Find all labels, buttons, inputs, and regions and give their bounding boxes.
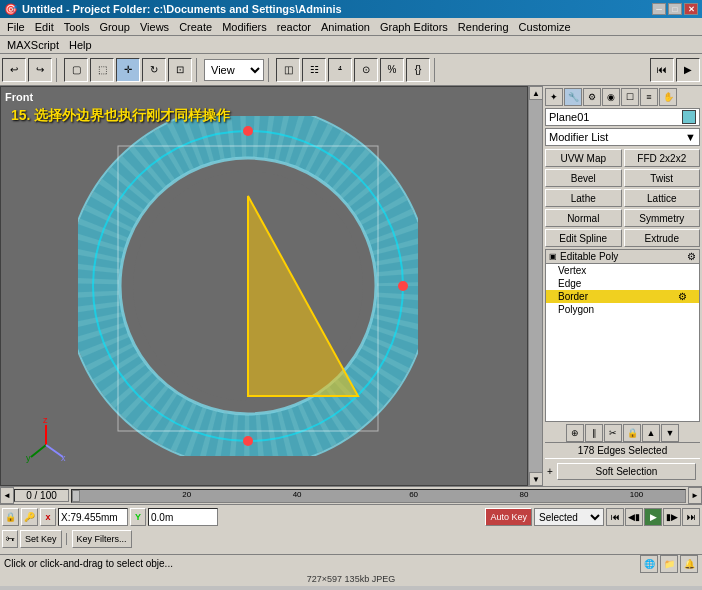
y-transform-button[interactable]: Y (130, 508, 146, 526)
next-frame-button[interactable]: ⏭ (682, 508, 700, 526)
select-region-button[interactable]: ⬚ (90, 58, 114, 82)
menu-graph-editors[interactable]: Graph Editors (375, 20, 453, 34)
status-icon-3[interactable]: 🔔 (680, 555, 698, 573)
poly-vertex[interactable]: Vertex (546, 264, 699, 277)
motion-icon[interactable]: ◉ (602, 88, 620, 106)
render-type-button[interactable]: ☷ (302, 58, 326, 82)
x-transform-button[interactable]: x (40, 508, 56, 526)
timeline-slider[interactable] (72, 490, 80, 502)
menu-group[interactable]: Group (94, 20, 135, 34)
scroll-up-icon[interactable]: ▲ (642, 424, 660, 442)
viewport-instruction: 15. 选择外边界也执行刚才同样操作 (11, 107, 230, 125)
object-color-swatch[interactable] (682, 110, 696, 124)
scale-button[interactable]: ⊡ (168, 58, 192, 82)
menu-create[interactable]: Create (174, 20, 217, 34)
menu-rendering[interactable]: Rendering (453, 20, 514, 34)
y-coord-field[interactable]: 0.0m (148, 508, 218, 526)
status-icon-2[interactable]: 📁 (660, 555, 678, 573)
named-sel-button[interactable]: ⏮ (650, 58, 674, 82)
status-icon-1[interactable]: 🌐 (640, 555, 658, 573)
object-name-field[interactable]: Plane01 (545, 108, 700, 126)
next-key-button[interactable]: ▮▶ (663, 508, 681, 526)
hand-icon[interactable]: ✋ (659, 88, 677, 106)
poly-polygon[interactable]: Polygon (546, 303, 699, 316)
prev-key-button[interactable]: ◀▮ (625, 508, 643, 526)
menu-file[interactable]: File (2, 20, 30, 34)
snap-toggle-button[interactable]: 🔒 (2, 508, 19, 526)
viewport-label: Front (5, 91, 33, 103)
undo-button[interactable]: ↩ (2, 58, 26, 82)
torus-render (78, 116, 418, 456)
timeline-track[interactable]: 20 40 60 80 100 (71, 489, 686, 503)
poly-border[interactable]: Border ⚙ (546, 290, 699, 303)
lock-icon[interactable]: 🔒 (623, 424, 641, 442)
menu-help[interactable]: Help (64, 38, 97, 52)
poly-edge[interactable]: Edge (546, 277, 699, 290)
spinner-snap-button[interactable]: {} (406, 58, 430, 82)
move-button[interactable]: ✛ (116, 58, 140, 82)
twist-button[interactable]: Twist (624, 169, 701, 187)
menu-animation[interactable]: Animation (316, 20, 375, 34)
utilities-icon[interactable]: ≡ (640, 88, 658, 106)
uvw-map-button[interactable]: UVW Map (545, 149, 622, 167)
hierarchy-icon[interactable]: ⚙ (583, 88, 601, 106)
prev-frame-button[interactable]: ⏮ (606, 508, 624, 526)
viewport-scrollbar[interactable]: ▲ ▼ (528, 86, 542, 486)
symmetry-button[interactable]: Symmetry (624, 209, 701, 227)
menu-bar-2: MAXScript Help (0, 36, 702, 54)
scroll-up-button[interactable]: ▲ (529, 86, 543, 100)
lathe-button[interactable]: Lathe (545, 189, 622, 207)
view-dropdown[interactable]: View (204, 59, 264, 81)
modifier-list-dropdown[interactable]: Modifier List ▼ (545, 128, 700, 146)
border-settings-icon[interactable]: ⚙ (678, 291, 687, 302)
menu-customize[interactable]: Customize (514, 20, 576, 34)
normal-button[interactable]: Normal (545, 209, 622, 227)
bevel-button[interactable]: Bevel (545, 169, 622, 187)
edit-spline-button[interactable]: Edit Spline (545, 229, 622, 247)
rotate-button[interactable]: ↻ (142, 58, 166, 82)
menu-reactor[interactable]: reactor (272, 20, 316, 34)
key-icon[interactable]: 🗝 (2, 530, 18, 548)
set-key-button[interactable]: Set Key (20, 530, 62, 548)
timeline-left-arrow[interactable]: ◄ (0, 487, 14, 504)
editable-poly-settings-icon[interactable]: ⚙ (687, 251, 696, 262)
angle-snap-button[interactable]: ⊙ (354, 58, 378, 82)
soft-selection-button[interactable]: Soft Selection (557, 463, 697, 480)
edge-mode-icon[interactable]: ∥ (585, 424, 603, 442)
menu-views[interactable]: Views (135, 20, 174, 34)
modify-icon[interactable]: 🔧 (564, 88, 582, 106)
play-button-2[interactable]: ▶ (644, 508, 662, 526)
menu-bar-1: File Edit Tools Group Views Create Modif… (0, 18, 702, 36)
viewport[interactable]: Front 15. 选择外边界也执行刚才同样操作 (0, 86, 528, 486)
play-button[interactable]: ▶ (676, 58, 700, 82)
extrude-button[interactable]: Extrude (624, 229, 701, 247)
menu-modifiers[interactable]: Modifiers (217, 20, 272, 34)
timeline-right-arrow[interactable]: ► (688, 487, 702, 504)
percent-snap-button[interactable]: % (380, 58, 404, 82)
display-icon[interactable]: ☐ (621, 88, 639, 106)
lattice-button[interactable]: Lattice (624, 189, 701, 207)
create-icon[interactable]: ✦ (545, 88, 563, 106)
editable-poly-header[interactable]: ▣ Editable Poly ⚙ (546, 250, 699, 264)
menu-tools[interactable]: Tools (59, 20, 95, 34)
key-filters-button[interactable]: Key Filters... (72, 530, 132, 548)
scroll-track[interactable] (529, 100, 542, 472)
key-mode-dropdown[interactable]: Selected (534, 508, 604, 526)
redo-button[interactable]: ↪ (28, 58, 52, 82)
minimize-button[interactable]: ─ (652, 3, 666, 15)
absolute-mode-button[interactable]: 🔑 (21, 508, 38, 526)
snap-button[interactable]: ⁴ (328, 58, 352, 82)
x-coord-field[interactable]: X: 79.455mm (58, 508, 128, 526)
vertex-mode-icon[interactable]: ⊕ (566, 424, 584, 442)
ffd-button[interactable]: FFD 2x2x2 (624, 149, 701, 167)
scroll-down-button[interactable]: ▼ (529, 472, 543, 486)
close-button[interactable]: ✕ (684, 3, 698, 15)
material-button[interactable]: ◫ (276, 58, 300, 82)
select-button[interactable]: ▢ (64, 58, 88, 82)
maximize-button[interactable]: □ (668, 3, 682, 15)
auto-key-button[interactable]: Auto Key (485, 508, 532, 526)
scroll-down-icon[interactable]: ▼ (661, 424, 679, 442)
menu-maxscript[interactable]: MAXScript (2, 38, 64, 52)
menu-edit[interactable]: Edit (30, 20, 59, 34)
cut-icon[interactable]: ✂ (604, 424, 622, 442)
